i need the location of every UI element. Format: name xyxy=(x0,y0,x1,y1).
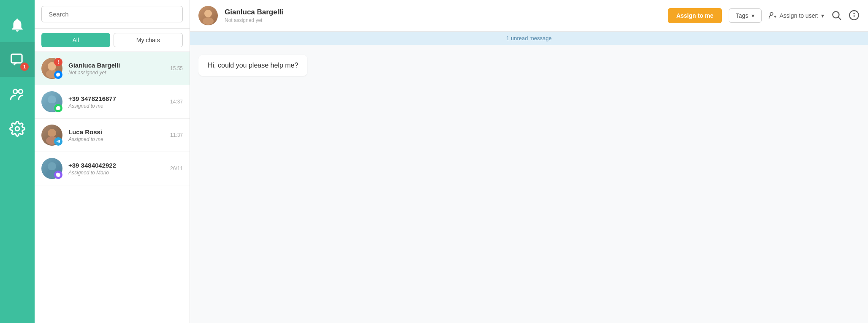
chat-name-1: Gianluca Bargelli xyxy=(68,62,167,69)
chat-info-4: +39 3484042922 Assigned to Mario xyxy=(68,162,167,176)
svg-point-15 xyxy=(770,13,773,16)
svg-point-14 xyxy=(203,17,214,25)
svg-point-13 xyxy=(204,10,212,17)
avatar-wrap-1: ! xyxy=(41,58,62,79)
chat-time-2: 14:37 xyxy=(170,99,183,105)
settings-icon xyxy=(9,121,25,137)
avatar-wrap-2 xyxy=(41,91,62,112)
svg-point-7 xyxy=(48,95,56,104)
message-bubble-1: Hi, could you please help me? xyxy=(198,55,307,76)
nav-settings[interactable] xyxy=(0,111,35,146)
header-avatar xyxy=(198,6,218,25)
search-button[interactable] xyxy=(831,10,842,22)
chat-time-3: 11:37 xyxy=(170,132,183,138)
svg-point-9 xyxy=(48,129,56,137)
tags-button[interactable]: Tags ▾ xyxy=(729,8,762,23)
platform-badge-1 xyxy=(54,71,62,79)
chat-info-3: Luca Rossi Assigned to me xyxy=(68,128,167,142)
header-actions-right xyxy=(831,10,860,22)
chevron-down-icon: ▾ xyxy=(751,12,754,19)
assign-user-chevron: ▾ xyxy=(821,12,824,19)
svg-point-3 xyxy=(15,127,19,131)
svg-point-1 xyxy=(14,90,18,94)
chat-header: Gianluca Bargelli Not assigned yet Assig… xyxy=(190,0,868,32)
platform-badge-4 xyxy=(54,171,62,179)
chat-sub-4: Assigned to Mario xyxy=(68,170,167,176)
chat-name-4: +39 3484042922 xyxy=(68,162,167,169)
chat-item-1[interactable]: ! Gianluca Bargelli Not assigned yet 15.… xyxy=(35,52,190,85)
chat-sub-2: Assigned to me xyxy=(68,103,167,109)
chat-item-4[interactable]: +39 3484042922 Assigned to Mario 26/11 xyxy=(35,152,190,185)
svg-point-11 xyxy=(48,162,56,171)
alert-badge-1: ! xyxy=(54,58,62,66)
tags-label: Tags xyxy=(736,12,749,19)
svg-rect-0 xyxy=(11,54,22,63)
chat-name-3: Luca Rossi xyxy=(68,128,167,136)
chats-badge: 1 xyxy=(20,62,29,71)
header-sub: Not assigned yet xyxy=(225,17,661,23)
svg-point-2 xyxy=(19,90,23,94)
nav-bell[interactable] xyxy=(0,8,35,42)
assign-user-button[interactable]: Assign to user: ▾ xyxy=(768,11,824,20)
chat-main: Gianluca Bargelli Not assigned yet Assig… xyxy=(190,0,868,323)
tab-all[interactable]: All xyxy=(41,33,110,47)
chat-items: ! Gianluca Bargelli Not assigned yet 15.… xyxy=(35,52,190,323)
bell-icon xyxy=(9,17,25,33)
assign-user-label: Assign to user: xyxy=(779,12,819,19)
nav-contacts[interactable] xyxy=(0,77,35,111)
messages-area: Hi, could you please help me? xyxy=(190,45,868,323)
contacts-icon xyxy=(9,86,25,102)
info-icon xyxy=(849,10,860,21)
header-info: Gianluca Bargelli Not assigned yet xyxy=(225,8,661,23)
platform-badge-3 xyxy=(54,137,62,146)
chat-time-1: 15.55 xyxy=(170,65,183,71)
tab-my-chats[interactable]: My chats xyxy=(114,33,183,47)
chat-item-2[interactable]: +39 3478216877 Assigned to me 14:37 xyxy=(35,85,190,119)
chat-info-2: +39 3478216877 Assigned to me xyxy=(68,95,167,109)
chat-name-2: +39 3478216877 xyxy=(68,95,167,102)
nav-chats[interactable]: 1 xyxy=(0,42,35,77)
left-nav: 1 xyxy=(0,0,35,323)
header-name: Gianluca Bargelli xyxy=(225,8,661,16)
svg-line-19 xyxy=(838,17,841,19)
chat-sub-1: Not assigned yet xyxy=(68,70,167,76)
chat-time-4: 26/11 xyxy=(170,166,183,171)
chat-item-3[interactable]: Luca Rossi Assigned to me 11:37 xyxy=(35,119,190,152)
assign-user-icon xyxy=(768,11,777,20)
search-icon xyxy=(831,10,842,21)
avatar-wrap-4 xyxy=(41,158,62,179)
info-button[interactable] xyxy=(849,10,860,22)
unread-banner: 1 unread message xyxy=(190,32,868,45)
platform-badge-2 xyxy=(54,104,62,112)
filter-tabs: All My chats xyxy=(35,29,190,52)
chat-list-panel: All My chats ! Gianluca Bargelli Not ass… xyxy=(35,0,190,323)
svg-point-18 xyxy=(833,11,839,18)
assign-to-me-button[interactable]: Assign to me xyxy=(668,8,722,23)
search-input[interactable] xyxy=(41,6,183,22)
search-bar xyxy=(35,0,190,29)
avatar-wrap-3 xyxy=(41,125,62,146)
chat-info-1: Gianluca Bargelli Not assigned yet xyxy=(68,62,167,76)
chat-sub-3: Assigned to me xyxy=(68,136,167,142)
